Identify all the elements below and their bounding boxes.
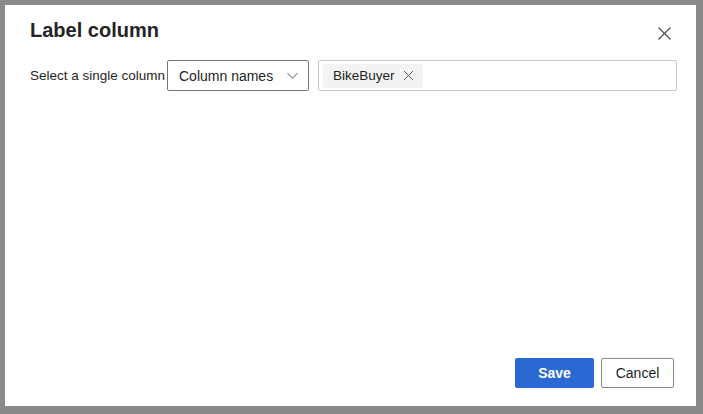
select-column-row: Select a single column Column names Bike… <box>30 60 677 91</box>
save-button[interactable]: Save <box>515 358 594 388</box>
chip-label: BikeBuyer <box>333 68 395 83</box>
tag-input-field[interactable] <box>427 61 672 90</box>
label-column-dialog: Label column Select a single column Colu… <box>5 5 696 406</box>
remove-tag-button[interactable] <box>402 69 416 83</box>
remove-tag-icon <box>403 70 414 81</box>
chevron-down-icon <box>286 69 299 82</box>
dialog-footer: Save Cancel <box>515 358 674 388</box>
dropdown-selected-value: Column names <box>179 68 286 84</box>
column-tag-input[interactable]: BikeBuyer <box>318 60 677 91</box>
selected-column-chip: BikeBuyer <box>323 64 423 88</box>
column-source-dropdown[interactable]: Column names <box>167 60 309 91</box>
cancel-button[interactable]: Cancel <box>601 358 674 388</box>
field-label: Select a single column <box>30 68 167 83</box>
dialog-title: Label column <box>30 19 159 42</box>
close-button[interactable] <box>652 21 676 45</box>
close-icon <box>657 26 672 41</box>
